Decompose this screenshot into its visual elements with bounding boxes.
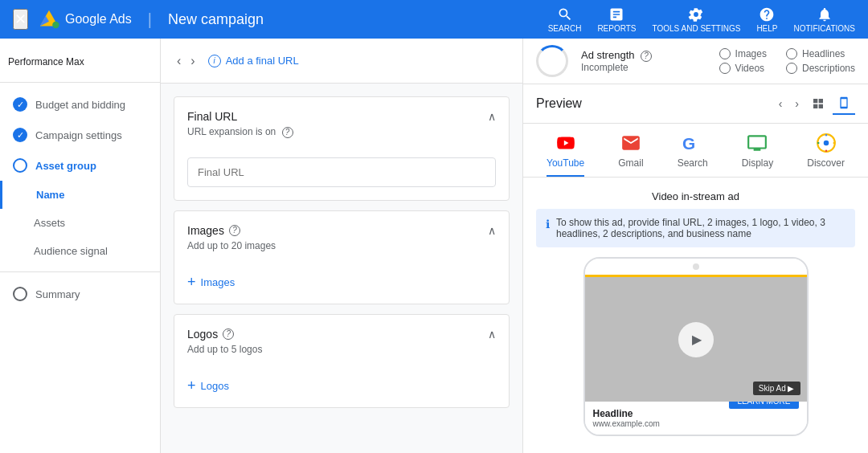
top-header: ✕ Google Ads | New campaign SEARCH REPOR… — [0, 0, 868, 39]
add-logos-label: Logos — [201, 380, 229, 392]
phone-ad-headline: Headline — [593, 408, 660, 419]
help-nav-btn[interactable]: HELP — [756, 6, 777, 33]
tools-nav-btn[interactable]: TOOLS AND SETTINGS — [653, 6, 741, 33]
svg-text:G: G — [682, 134, 695, 153]
name-label: Name — [36, 189, 64, 201]
ad-type-label: Video in-stream ad — [536, 190, 855, 202]
discover-tab-label: Discover — [807, 157, 845, 169]
logos-plus-icon: + — [187, 378, 196, 394]
sidebar-divider-1 — [0, 82, 160, 83]
sidebar-divider-2 — [0, 271, 160, 272]
notifications-nav-btn[interactable]: NOTIFICATIONS — [794, 6, 855, 33]
assets-label: Assets — [34, 217, 65, 229]
descriptions-checkbox-label: Descriptions — [802, 63, 855, 74]
url-expansion-help-icon[interactable]: ? — [282, 127, 293, 138]
ad-strength-help-icon[interactable]: ? — [641, 51, 652, 62]
campaign-title: New campaign — [168, 11, 264, 28]
descriptions-radio-icon — [786, 63, 797, 74]
logos-subtitle: Add up to 5 logos — [187, 344, 262, 355]
search-nav-btn[interactable]: SEARCH — [548, 6, 582, 33]
content-area: ‹ › i Add a final URL Final URL URL e — [161, 39, 522, 453]
skip-ad-btn[interactable]: Skip Ad ▶ — [753, 382, 800, 395]
images-subtitle: Add up to 20 images — [187, 240, 276, 251]
images-checkbox: Images — [719, 48, 767, 59]
images-help-icon[interactable]: ? — [229, 225, 240, 236]
sidebar-item-budget[interactable]: Budget and bidding — [0, 89, 160, 120]
header-divider: | — [148, 10, 152, 29]
info-box-text: To show this ad, provide final URL, 2 im… — [556, 217, 845, 239]
youtube-icon — [555, 132, 577, 154]
ad-strength-bar: Ad strength ? Incomplete Images Videos — [523, 39, 868, 84]
phone-ad-url: www.example.com — [593, 419, 660, 428]
logos-card: Logos ? Add up to 5 logos ∧ + Logos — [174, 314, 510, 408]
form-sections: Final URL URL expansion is on ? ∧ — [161, 84, 522, 421]
progress-bar: ‹ › i Add a final URL — [161, 39, 522, 84]
preview-header: Preview ‹ › — [523, 84, 868, 124]
tab-youtube[interactable]: YouTube — [547, 132, 584, 177]
images-card-header[interactable]: Images ? Add up to 20 images ∧ — [174, 211, 509, 264]
sidebar-item-asset-group[interactable]: Asset group — [0, 150, 160, 181]
budget-check-icon — [13, 97, 27, 112]
info-icon: i — [208, 55, 221, 67]
headlines-radio-icon — [786, 48, 797, 59]
videos-checkbox-label: Videos — [735, 63, 764, 74]
sidebar-item-campaign-settings[interactable]: Campaign settings — [0, 120, 160, 150]
sidebar-item-audience-signal[interactable]: Audience signal — [0, 237, 160, 265]
videos-checkbox: Videos — [719, 63, 767, 74]
sidebar-item-name[interactable]: Name — [0, 181, 160, 209]
sidebar-item-performance-max[interactable]: Performance Max — [0, 48, 160, 76]
descriptions-checkbox: Descriptions — [786, 63, 855, 74]
search-tab-label: Search — [678, 157, 708, 169]
progress-back-btn[interactable]: ‹ — [174, 51, 184, 71]
headlines-checkbox-label: Headlines — [802, 48, 845, 59]
progress-info: i Add a final URL — [208, 55, 299, 67]
final-url-card-body — [174, 151, 509, 200]
add-images-label: Images — [201, 276, 235, 288]
audience-signal-label: Audience signal — [34, 245, 108, 257]
logos-chevron-icon: ∧ — [488, 328, 496, 341]
preview-nav: ‹ › — [774, 92, 855, 115]
svg-point-9 — [823, 141, 829, 146]
images-title: Images ? — [187, 224, 276, 237]
notifications-nav-label: NOTIFICATIONS — [794, 24, 855, 33]
tab-discover[interactable]: Discover — [807, 132, 845, 177]
gmail-tab-label: Gmail — [618, 157, 643, 169]
ad-strength-circle — [536, 45, 568, 77]
summary-circle-icon — [13, 287, 27, 301]
phone-camera-dot — [693, 263, 699, 270]
tab-gmail[interactable]: Gmail — [618, 132, 643, 177]
logos-card-header[interactable]: Logos ? Add up to 5 logos ∧ — [174, 315, 509, 368]
sidebar-item-assets[interactable]: Assets — [0, 209, 160, 237]
mobile-view-btn[interactable] — [833, 92, 855, 115]
tab-search[interactable]: G Search — [678, 132, 708, 177]
final-url-input[interactable] — [187, 157, 496, 187]
logo-icon — [38, 8, 60, 31]
reports-nav-label: REPORTS — [597, 24, 636, 33]
preview-title: Preview — [536, 96, 582, 111]
final-url-subtitle: URL expansion is on ? — [187, 126, 293, 138]
grid-view-btn[interactable] — [807, 92, 829, 115]
logos-title: Logos ? — [187, 328, 262, 341]
preview-panel: Ad strength ? Incomplete Images Videos — [522, 39, 868, 453]
ad-checkboxes: Images Videos — [719, 48, 767, 74]
final-url-card-header[interactable]: Final URL URL expansion is on ? ∧ — [174, 97, 509, 151]
reports-nav-btn[interactable]: REPORTS — [597, 6, 636, 33]
preview-back-btn[interactable]: ‹ — [774, 94, 788, 113]
phone-ad-bottom: Headline www.example.com LEARN MORE — [585, 402, 807, 435]
display-tab-label: Display — [742, 157, 773, 169]
add-logos-link[interactable]: + Logos — [187, 378, 496, 394]
close-button[interactable]: ✕ — [13, 9, 28, 30]
progress-forward-btn[interactable]: › — [187, 51, 198, 71]
plus-icon: + — [187, 274, 196, 291]
headlines-checkbox: Headlines — [786, 48, 855, 59]
preview-forward-btn[interactable]: › — [790, 94, 804, 113]
progress-info-text: Add a final URL — [226, 55, 299, 67]
sidebar-item-summary[interactable]: Summary — [0, 279, 160, 309]
play-button[interactable] — [678, 322, 714, 357]
tab-display[interactable]: Display — [742, 132, 773, 177]
add-images-link[interactable]: + Images — [187, 274, 496, 291]
google-ads-text: Google Ads — [65, 12, 132, 27]
video-placeholder: Skip Ad ▶ — [585, 277, 807, 402]
discover-icon — [815, 132, 837, 154]
logos-help-icon[interactable]: ? — [223, 329, 234, 340]
